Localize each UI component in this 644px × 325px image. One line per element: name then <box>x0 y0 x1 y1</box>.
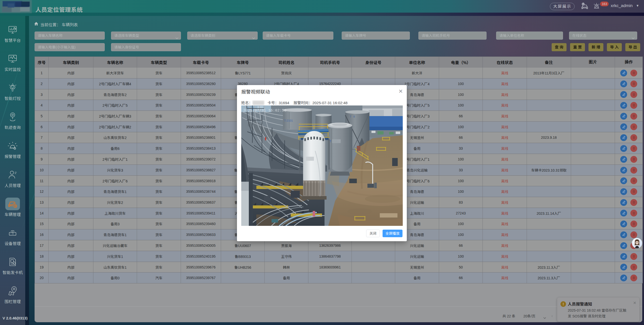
svg-text:T-2101: T-2101 <box>284 119 293 122</box>
svg-text:T 8: T 8 <box>350 115 355 118</box>
svg-text:2025/07/31 16:02:58: 2025/07/31 16:02:58 <box>243 109 286 113</box>
